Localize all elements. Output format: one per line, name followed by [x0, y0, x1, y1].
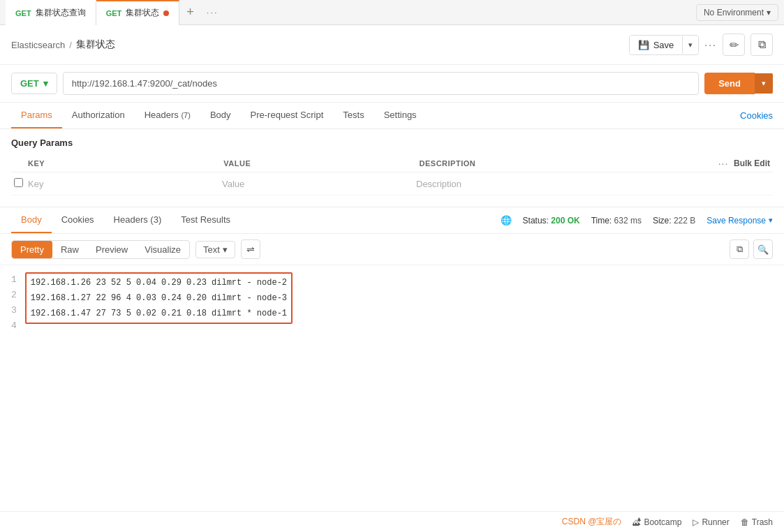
- col-more-icon[interactable]: ···: [718, 158, 729, 169]
- bottom-bar: CSDN @宝屋の 🏕 Bootcamp ▷ Runner 🗑 Trash: [0, 511, 784, 532]
- tab-headers[interactable]: Headers (7): [135, 103, 200, 128]
- breadcrumb-parent[interactable]: Elasticsearch: [11, 40, 65, 50]
- text-type-select[interactable]: Text ▾: [195, 241, 235, 258]
- time-label: Time: 632 ms: [591, 216, 642, 226]
- param-value-field[interactable]: Value: [222, 179, 416, 189]
- search-resp-icon: 🔍: [757, 244, 769, 255]
- param-checkbox[interactable]: [14, 178, 23, 187]
- bootcamp-icon: 🏕: [633, 517, 641, 527]
- wrap-icon[interactable]: ⇌: [241, 239, 260, 259]
- tab-cluster-query[interactable]: GET 集群状态查询: [6, 0, 96, 25]
- status-label: Status: 200 OK: [523, 216, 580, 226]
- col-value-header: VALUE: [223, 159, 419, 168]
- tab-cluster-status[interactable]: GET 集群状态: [96, 0, 180, 25]
- send-dropdown-arrow[interactable]: ▾: [755, 73, 773, 94]
- line-num-4: 4: [11, 318, 17, 334]
- format-pretty[interactable]: Pretty: [12, 241, 52, 258]
- method-arrow-icon: ▾: [43, 78, 48, 89]
- tab-prerequest[interactable]: Pre-request Script: [241, 103, 334, 128]
- tab-method-get1: GET: [15, 9, 31, 17]
- query-params-title: Query Params: [11, 138, 773, 148]
- format-visualize[interactable]: Visualize: [136, 241, 189, 258]
- col-key-header: KEY: [28, 159, 223, 168]
- env-arrow-icon: ▾: [767, 8, 771, 17]
- new-tab-button[interactable]: +: [179, 5, 201, 20]
- save-label: Save: [653, 40, 674, 50]
- col-desc-header: DESCRIPTION: [420, 159, 713, 168]
- response-line-4-num: [34, 335, 38, 350]
- text-type-arrow-icon: ▾: [223, 244, 228, 255]
- param-key-field[interactable]: Key: [28, 179, 222, 189]
- save-resp-arrow-icon[interactable]: ▾: [769, 216, 773, 225]
- response-section: Body Cookies Headers (3) Test Results 🌐 …: [0, 207, 784, 357]
- resp-tab-test-results[interactable]: Test Results: [171, 207, 240, 233]
- copy-button[interactable]: ⧉: [750, 34, 773, 56]
- resp-tab-body[interactable]: Body: [11, 207, 52, 233]
- resp-tab-headers[interactable]: Headers (3): [104, 207, 172, 233]
- breadcrumb-bar: Elasticsearch / 集群状态 💾 Save ▾ ··· ✏ ⧉: [0, 25, 784, 65]
- tab-params[interactable]: Params: [11, 103, 62, 128]
- tab-settings[interactable]: Settings: [374, 103, 427, 128]
- bulk-edit-button[interactable]: Bulk Edit: [734, 158, 770, 168]
- tab-label-1: 集群状态查询: [36, 7, 86, 19]
- copy-resp-icon: ⧉: [737, 244, 743, 255]
- send-button-group: Send ▾: [704, 73, 773, 94]
- tab-body[interactable]: Body: [200, 103, 241, 128]
- tab-headers-label: Headers (7): [145, 110, 191, 120]
- copy-response-button[interactable]: ⧉: [730, 239, 749, 259]
- runner-label: Runner: [702, 517, 729, 527]
- csdn-label: CSDN @宝屋の: [562, 516, 622, 528]
- tab-prerequest-label: Pre-request Script: [251, 110, 324, 120]
- tab-method-get2: GET: [106, 9, 122, 17]
- response-line-1: 192.168.1.26 23 52 5 0.04 0.29 0.23 dilm…: [31, 275, 287, 290]
- method-select[interactable]: GET ▾: [11, 73, 57, 94]
- trash-button[interactable]: 🗑 Trash: [741, 517, 773, 527]
- bootcamp-label: Bootcamp: [644, 517, 681, 527]
- text-type-label: Text: [203, 244, 220, 255]
- edit-icon: ✏: [730, 38, 739, 52]
- cookies-link[interactable]: Cookies: [740, 110, 773, 121]
- search-response-button[interactable]: 🔍: [753, 239, 773, 259]
- line-num-1: 1: [11, 272, 17, 288]
- copy-icon: ⧉: [758, 38, 766, 51]
- format-preview[interactable]: Preview: [87, 241, 136, 258]
- runner-icon: ▷: [693, 517, 699, 527]
- bootcamp-button[interactable]: 🏕 Bootcamp: [633, 517, 681, 527]
- tab-tests[interactable]: Tests: [333, 103, 373, 128]
- tab-label-2: 集群状态: [126, 7, 159, 19]
- breadcrumb-more-button[interactable]: ···: [704, 39, 717, 50]
- time-value: 632 ms: [614, 216, 642, 226]
- format-bar: Pretty Raw Preview Visualize Text ▾ ⇌ ⧉ …: [0, 234, 784, 265]
- response-status-bar: 🌐 Status: 200 OK Time: 632 ms Size: 222 …: [501, 215, 773, 226]
- tab-more-button[interactable]: ···: [201, 7, 224, 17]
- param-desc-field[interactable]: Description: [416, 179, 707, 189]
- save-dropdown-arrow[interactable]: ▾: [682, 36, 698, 54]
- resp-tab-cookies[interactable]: Cookies: [52, 207, 104, 233]
- edit-button[interactable]: ✏: [723, 34, 745, 56]
- line-num-2: 2: [11, 288, 17, 303]
- save-button[interactable]: 💾 Save: [630, 36, 683, 54]
- globe-icon: 🌐: [501, 215, 512, 226]
- tab-right-section: No Environment ▾: [696, 4, 778, 21]
- breadcrumb-current: 集群状态: [76, 38, 115, 51]
- url-bar: GET ▾ Send ▾: [0, 65, 784, 103]
- runner-button[interactable]: ▷ Runner: [693, 517, 729, 527]
- tab-settings-label: Settings: [384, 110, 417, 120]
- tab-modified-dot: [163, 10, 169, 16]
- line-num-3: 3: [11, 303, 17, 318]
- trash-icon: 🗑: [741, 517, 749, 527]
- save-button-group: 💾 Save ▾: [629, 35, 700, 55]
- send-button[interactable]: Send: [704, 73, 755, 94]
- status-ok: 200 OK: [551, 216, 579, 226]
- breadcrumb-separator: /: [69, 40, 72, 50]
- env-label: No Environment: [704, 8, 764, 17]
- environment-selector[interactable]: No Environment ▾: [696, 4, 778, 21]
- save-icon: 💾: [638, 40, 649, 50]
- tab-authorization[interactable]: Authorization: [62, 103, 135, 128]
- method-label: GET: [20, 78, 39, 89]
- query-params-section: Query Params KEY VALUE DESCRIPTION ··· B…: [0, 129, 784, 204]
- response-body: 1 2 3 4 192.168.1.26 23 52 5 0.04 0.29 0…: [0, 265, 784, 357]
- url-input[interactable]: [63, 72, 699, 95]
- format-raw[interactable]: Raw: [52, 241, 87, 258]
- save-response-button[interactable]: Save Response: [707, 216, 766, 226]
